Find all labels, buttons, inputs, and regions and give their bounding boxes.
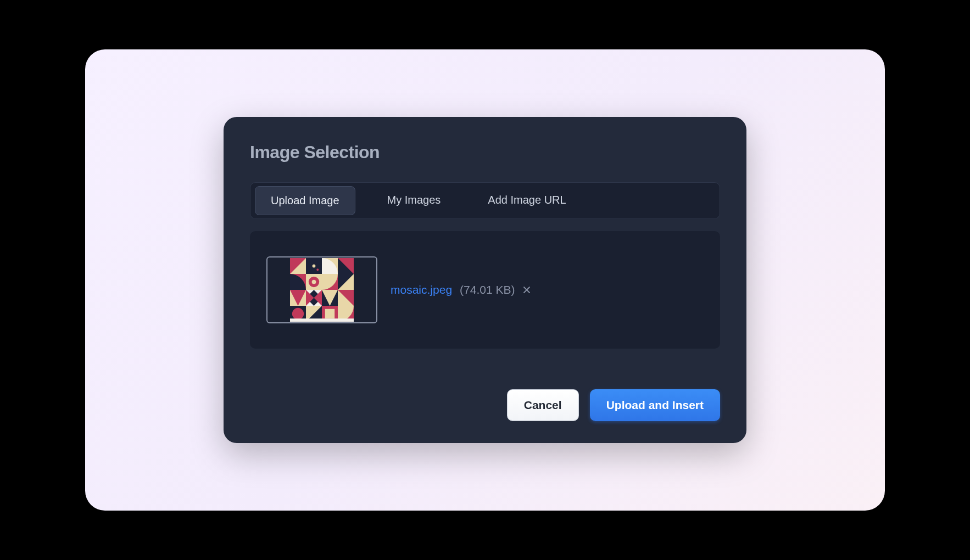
modal-title: Image Selection xyxy=(250,142,720,163)
image-selection-modal: Image Selection Upload Image My Images A… xyxy=(224,117,746,443)
svg-rect-23 xyxy=(290,318,354,322)
svg-point-10 xyxy=(312,280,316,284)
svg-point-3 xyxy=(313,265,316,268)
tab-add-image-url[interactable]: Add Image URL xyxy=(472,186,581,215)
tab-upload-image[interactable]: Upload Image xyxy=(255,186,355,215)
svg-point-18 xyxy=(292,308,304,320)
upload-and-insert-button[interactable]: Upload and Insert xyxy=(590,389,720,421)
close-icon[interactable] xyxy=(522,285,531,294)
tab-my-images[interactable]: My Images xyxy=(372,186,456,215)
file-meta: mosaic.jpeg (74.01 KB) xyxy=(391,283,531,296)
svg-point-4 xyxy=(316,268,319,271)
tab-bar: Upload Image My Images Add Image URL xyxy=(250,182,720,219)
cancel-button[interactable]: Cancel xyxy=(507,389,579,421)
modal-footer: Cancel Upload and Insert xyxy=(250,389,720,421)
file-name: mosaic.jpeg xyxy=(391,283,452,296)
page-background-frame: Image Selection Upload Image My Images A… xyxy=(85,49,885,511)
file-size: (74.01 KB) xyxy=(460,283,515,296)
mosaic-thumbnail-image xyxy=(290,258,354,322)
file-thumbnail[interactable] xyxy=(266,256,377,323)
svg-rect-21 xyxy=(325,309,335,318)
upload-file-area: mosaic.jpeg (74.01 KB) xyxy=(250,231,720,349)
